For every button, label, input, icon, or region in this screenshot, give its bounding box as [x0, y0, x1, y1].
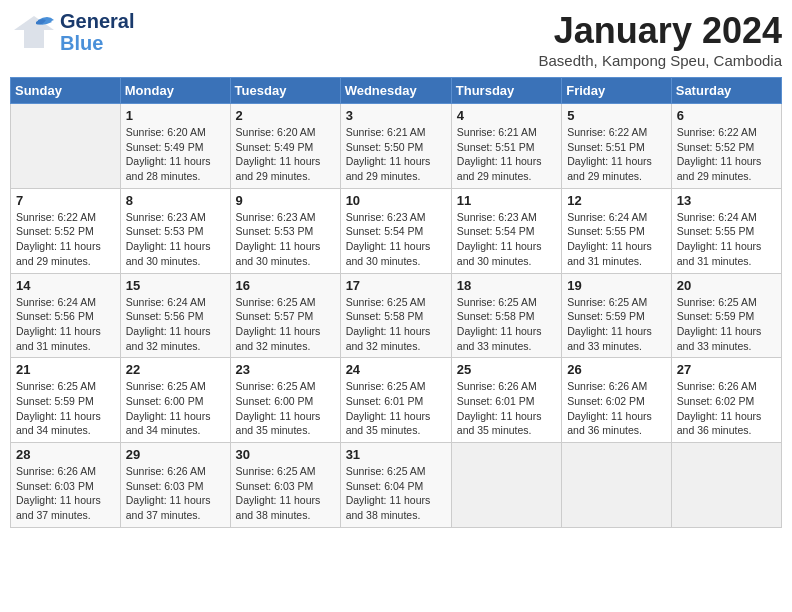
location: Basedth, Kampong Speu, Cambodia [539, 52, 783, 69]
day-info: Sunrise: 6:24 AMSunset: 5:55 PMDaylight:… [677, 210, 776, 269]
calendar-week-row: 14Sunrise: 6:24 AMSunset: 5:56 PMDayligh… [11, 273, 782, 358]
calendar-day-cell: 8Sunrise: 6:23 AMSunset: 5:53 PMDaylight… [120, 188, 230, 273]
calendar-day-cell: 23Sunrise: 6:25 AMSunset: 6:00 PMDayligh… [230, 358, 340, 443]
day-info: Sunrise: 6:20 AMSunset: 5:49 PMDaylight:… [236, 125, 335, 184]
calendar-day-cell: 31Sunrise: 6:25 AMSunset: 6:04 PMDayligh… [340, 443, 451, 528]
day-info: Sunrise: 6:22 AMSunset: 5:51 PMDaylight:… [567, 125, 666, 184]
calendar-header: SundayMondayTuesdayWednesdayThursdayFrid… [11, 78, 782, 104]
day-number: 12 [567, 193, 666, 208]
logo-general: General [60, 10, 134, 32]
day-number: 19 [567, 278, 666, 293]
day-number: 10 [346, 193, 446, 208]
day-number: 17 [346, 278, 446, 293]
day-info: Sunrise: 6:24 AMSunset: 5:56 PMDaylight:… [16, 295, 115, 354]
day-info: Sunrise: 6:25 AMSunset: 6:01 PMDaylight:… [346, 379, 446, 438]
day-info: Sunrise: 6:25 AMSunset: 5:59 PMDaylight:… [16, 379, 115, 438]
day-number: 4 [457, 108, 556, 123]
calendar-day-cell: 3Sunrise: 6:21 AMSunset: 5:50 PMDaylight… [340, 104, 451, 189]
month-title: January 2024 [539, 10, 783, 52]
day-info: Sunrise: 6:26 AMSunset: 6:03 PMDaylight:… [126, 464, 225, 523]
day-number: 23 [236, 362, 335, 377]
calendar-week-row: 7Sunrise: 6:22 AMSunset: 5:52 PMDaylight… [11, 188, 782, 273]
logo-blue: Blue [60, 32, 134, 54]
day-info: Sunrise: 6:23 AMSunset: 5:54 PMDaylight:… [346, 210, 446, 269]
calendar-header-day: Wednesday [340, 78, 451, 104]
calendar-day-cell: 30Sunrise: 6:25 AMSunset: 6:03 PMDayligh… [230, 443, 340, 528]
calendar-day-cell: 2Sunrise: 6:20 AMSunset: 5:49 PMDaylight… [230, 104, 340, 189]
calendar-day-cell: 20Sunrise: 6:25 AMSunset: 5:59 PMDayligh… [671, 273, 781, 358]
calendar-week-row: 28Sunrise: 6:26 AMSunset: 6:03 PMDayligh… [11, 443, 782, 528]
day-number: 28 [16, 447, 115, 462]
day-number: 3 [346, 108, 446, 123]
day-number: 29 [126, 447, 225, 462]
day-number: 24 [346, 362, 446, 377]
day-number: 7 [16, 193, 115, 208]
page-header: General Blue January 2024 Basedth, Kampo… [10, 10, 782, 69]
logo-bird-icon [10, 12, 58, 52]
day-number: 25 [457, 362, 556, 377]
calendar-day-cell: 9Sunrise: 6:23 AMSunset: 5:53 PMDaylight… [230, 188, 340, 273]
day-number: 8 [126, 193, 225, 208]
calendar-day-cell: 15Sunrise: 6:24 AMSunset: 5:56 PMDayligh… [120, 273, 230, 358]
calendar-header-day: Tuesday [230, 78, 340, 104]
calendar-day-cell [671, 443, 781, 528]
day-info: Sunrise: 6:25 AMSunset: 6:00 PMDaylight:… [236, 379, 335, 438]
day-number: 31 [346, 447, 446, 462]
day-info: Sunrise: 6:22 AMSunset: 5:52 PMDaylight:… [16, 210, 115, 269]
calendar-day-cell: 5Sunrise: 6:22 AMSunset: 5:51 PMDaylight… [562, 104, 672, 189]
day-info: Sunrise: 6:26 AMSunset: 6:02 PMDaylight:… [567, 379, 666, 438]
calendar-week-row: 1Sunrise: 6:20 AMSunset: 5:49 PMDaylight… [11, 104, 782, 189]
calendar-header-day: Saturday [671, 78, 781, 104]
day-info: Sunrise: 6:23 AMSunset: 5:54 PMDaylight:… [457, 210, 556, 269]
day-info: Sunrise: 6:25 AMSunset: 6:04 PMDaylight:… [346, 464, 446, 523]
day-number: 1 [126, 108, 225, 123]
day-info: Sunrise: 6:25 AMSunset: 5:58 PMDaylight:… [346, 295, 446, 354]
calendar-day-cell: 25Sunrise: 6:26 AMSunset: 6:01 PMDayligh… [451, 358, 561, 443]
calendar-day-cell: 10Sunrise: 6:23 AMSunset: 5:54 PMDayligh… [340, 188, 451, 273]
day-number: 21 [16, 362, 115, 377]
day-number: 18 [457, 278, 556, 293]
calendar-day-cell: 19Sunrise: 6:25 AMSunset: 5:59 PMDayligh… [562, 273, 672, 358]
day-number: 22 [126, 362, 225, 377]
day-info: Sunrise: 6:21 AMSunset: 5:51 PMDaylight:… [457, 125, 556, 184]
day-info: Sunrise: 6:25 AMSunset: 5:57 PMDaylight:… [236, 295, 335, 354]
calendar-header-day: Sunday [11, 78, 121, 104]
day-info: Sunrise: 6:25 AMSunset: 6:00 PMDaylight:… [126, 379, 225, 438]
day-info: Sunrise: 6:25 AMSunset: 5:59 PMDaylight:… [677, 295, 776, 354]
day-number: 27 [677, 362, 776, 377]
day-info: Sunrise: 6:25 AMSunset: 5:59 PMDaylight:… [567, 295, 666, 354]
calendar-header-day: Monday [120, 78, 230, 104]
day-number: 11 [457, 193, 556, 208]
day-info: Sunrise: 6:24 AMSunset: 5:55 PMDaylight:… [567, 210, 666, 269]
day-number: 15 [126, 278, 225, 293]
day-info: Sunrise: 6:21 AMSunset: 5:50 PMDaylight:… [346, 125, 446, 184]
calendar-day-cell: 24Sunrise: 6:25 AMSunset: 6:01 PMDayligh… [340, 358, 451, 443]
calendar-week-row: 21Sunrise: 6:25 AMSunset: 5:59 PMDayligh… [11, 358, 782, 443]
day-number: 20 [677, 278, 776, 293]
day-number: 30 [236, 447, 335, 462]
day-info: Sunrise: 6:25 AMSunset: 6:03 PMDaylight:… [236, 464, 335, 523]
day-number: 5 [567, 108, 666, 123]
day-number: 26 [567, 362, 666, 377]
day-info: Sunrise: 6:26 AMSunset: 6:02 PMDaylight:… [677, 379, 776, 438]
day-number: 2 [236, 108, 335, 123]
day-info: Sunrise: 6:26 AMSunset: 6:01 PMDaylight:… [457, 379, 556, 438]
day-info: Sunrise: 6:23 AMSunset: 5:53 PMDaylight:… [126, 210, 225, 269]
day-number: 14 [16, 278, 115, 293]
calendar-day-cell: 16Sunrise: 6:25 AMSunset: 5:57 PMDayligh… [230, 273, 340, 358]
calendar-day-cell: 6Sunrise: 6:22 AMSunset: 5:52 PMDaylight… [671, 104, 781, 189]
day-info: Sunrise: 6:24 AMSunset: 5:56 PMDaylight:… [126, 295, 225, 354]
calendar-day-cell: 7Sunrise: 6:22 AMSunset: 5:52 PMDaylight… [11, 188, 121, 273]
calendar-day-cell: 13Sunrise: 6:24 AMSunset: 5:55 PMDayligh… [671, 188, 781, 273]
calendar-day-cell: 29Sunrise: 6:26 AMSunset: 6:03 PMDayligh… [120, 443, 230, 528]
day-info: Sunrise: 6:26 AMSunset: 6:03 PMDaylight:… [16, 464, 115, 523]
logo: General Blue [10, 10, 134, 54]
calendar-day-cell: 18Sunrise: 6:25 AMSunset: 5:58 PMDayligh… [451, 273, 561, 358]
calendar-day-cell: 22Sunrise: 6:25 AMSunset: 6:00 PMDayligh… [120, 358, 230, 443]
day-info: Sunrise: 6:25 AMSunset: 5:58 PMDaylight:… [457, 295, 556, 354]
calendar-day-cell: 27Sunrise: 6:26 AMSunset: 6:02 PMDayligh… [671, 358, 781, 443]
calendar-day-cell [11, 104, 121, 189]
calendar-day-cell: 17Sunrise: 6:25 AMSunset: 5:58 PMDayligh… [340, 273, 451, 358]
title-block: January 2024 Basedth, Kampong Speu, Camb… [539, 10, 783, 69]
day-info: Sunrise: 6:22 AMSunset: 5:52 PMDaylight:… [677, 125, 776, 184]
